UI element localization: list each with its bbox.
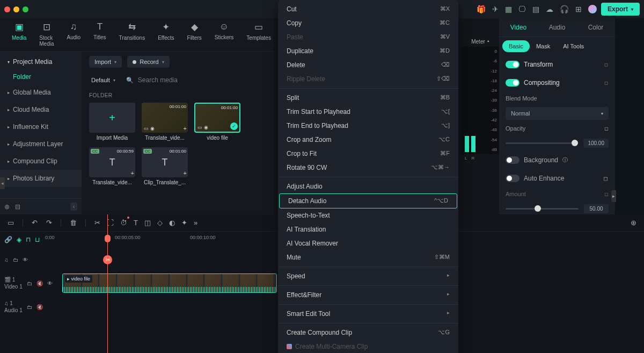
sidebar-folder[interactable]: Folder <box>0 70 82 84</box>
sidebar-influence-kit[interactable]: Influence Kit <box>0 118 82 135</box>
video-track-header[interactable]: ♫🗀👁 <box>4 257 58 263</box>
amount-value[interactable]: 50.00 <box>584 204 609 213</box>
ctx-duplicate[interactable]: Duplicate⌘D <box>278 44 458 58</box>
subtab-mask[interactable]: Mask <box>530 40 557 52</box>
tab-transitions[interactable]: ⇆Transitions <box>113 21 152 47</box>
keyframe-icon[interactable]: ◇ <box>602 174 610 183</box>
sidebar-project-media[interactable]: Project Media <box>0 54 82 70</box>
video-clip[interactable]: video file <box>62 273 277 293</box>
meter-label[interactable]: Meter <box>462 37 499 47</box>
sidebar-adjustment-layer[interactable]: Adjustment Layer <box>0 135 82 153</box>
keyframe-tool-icon[interactable]: ◇ <box>157 219 163 227</box>
ctx-delete[interactable]: Delete⌫ <box>278 58 458 72</box>
ctx-split[interactable]: Split⌘B <box>278 91 458 105</box>
mask-icon[interactable]: ◫ <box>144 219 151 227</box>
playhead[interactable]: ✂ <box>107 214 108 353</box>
ctx-ai-translation[interactable]: AI Translation <box>278 222 458 236</box>
send-icon[interactable]: ✈ <box>492 5 499 13</box>
blend-select[interactable]: Normal <box>506 107 609 120</box>
ctx-smart-edit-tool[interactable]: Smart Edit Tool <box>278 307 458 321</box>
collapse-sidebar-icon[interactable]: ‹ <box>70 203 77 211</box>
sidebar-cloud-media[interactable]: Cloud Media <box>0 101 82 118</box>
sidebar-compound-clip[interactable]: Compound Clip <box>0 153 82 170</box>
tab-media[interactable]: ▣Media <box>5 21 33 47</box>
snap-icon[interactable]: ⊔ <box>35 236 40 243</box>
tab-video[interactable]: Video <box>499 18 538 37</box>
sort-button[interactable]: Default <box>89 76 118 84</box>
gift-icon[interactable]: 🎁 <box>477 5 486 13</box>
apps-icon[interactable]: ⊞ <box>575 5 582 13</box>
keyframe-icon[interactable]: ◇ <box>603 61 610 68</box>
amount-slider[interactable] <box>506 208 579 210</box>
ctx-trim-start-to-playhead[interactable]: Trim Start to Playhead⌥[ <box>278 105 458 119</box>
layout-icon[interactable]: ▤ <box>532 5 539 13</box>
toggle-background[interactable] <box>506 156 519 164</box>
toggle-auto-enhance[interactable] <box>506 175 519 182</box>
ctx-detach-audio[interactable]: Detach Audio^⌥D <box>279 193 457 208</box>
color-icon[interactable]: ◐ <box>169 219 175 227</box>
ctx-rotate-cw[interactable]: Rotate 90 CW⌥⌘→ <box>278 161 458 175</box>
marker-icon[interactable]: ◈ <box>17 236 21 243</box>
keyframe-icon[interactable]: ◇ <box>603 79 610 86</box>
keyframe-icon[interactable]: ◇ <box>603 125 611 133</box>
subtab-ai-tools[interactable]: AI Tools <box>557 40 590 52</box>
subtab-basic[interactable]: Basic <box>502 40 530 52</box>
tab-audio[interactable]: Audio <box>538 18 576 37</box>
new-folder-icon[interactable]: ⊕ <box>4 203 10 211</box>
ctx-mute[interactable]: Mute⇧⌘M <box>278 250 458 264</box>
tab-color[interactable]: Color <box>576 18 615 37</box>
cut-icon[interactable]: ✂ <box>94 219 100 227</box>
headset-icon[interactable]: 🎧 <box>560 5 569 13</box>
tab-filters[interactable]: ◆Filters <box>181 21 208 47</box>
record-button[interactable]: Record <box>127 56 169 68</box>
folder-out-icon[interactable]: ⊟ <box>15 203 20 211</box>
ctx-crop-to-fit[interactable]: Crop to Fit⌘F <box>278 147 458 161</box>
tab-stock[interactable]: ⊡Stock Media <box>33 21 60 47</box>
ctx-adjust-audio[interactable]: Adjust Audio <box>278 179 458 193</box>
text-icon[interactable]: T <box>134 219 138 227</box>
undo-icon[interactable]: ↶ <box>32 219 38 227</box>
ctx-speed[interactable]: Speed <box>278 269 458 283</box>
tab-templates[interactable]: ▭Templates <box>240 21 277 47</box>
razor-icon[interactable]: ✂ <box>103 255 112 264</box>
select-tool-icon[interactable]: ▭ <box>8 219 14 227</box>
tab-effects[interactable]: ✦Effects <box>151 21 180 47</box>
media-card[interactable]: T00:00:59CC+Translate_vide... <box>89 147 135 185</box>
ctx-create-compound-clip[interactable]: Create Compound Clip⌥G <box>278 326 458 340</box>
sidebar-global-media[interactable]: Global Media <box>0 84 82 101</box>
ctx-copy[interactable]: Copy⌘C <box>278 16 458 30</box>
ctx-effect-filter[interactable]: Effect&Filter <box>278 288 458 302</box>
delete-icon[interactable]: 🗑 <box>70 219 77 227</box>
export-button[interactable]: Export <box>601 3 640 16</box>
search-input[interactable]: Search media <box>124 74 266 86</box>
display-icon[interactable]: 🖵 <box>518 5 526 13</box>
import-button[interactable]: Import <box>89 56 122 68</box>
expand-panel-icon[interactable]: ▸ <box>611 190 616 202</box>
video-track-1[interactable]: 🎬 1Video 1🗀🔇👁 <box>4 277 58 290</box>
redo-icon[interactable]: ↷ <box>46 219 52 227</box>
ctx-cut[interactable]: Cut⌘X <box>278 2 458 16</box>
toggle-compositing[interactable] <box>506 79 519 87</box>
tab-titles[interactable]: TTitles <box>87 21 113 47</box>
media-card[interactable]: 00:01:00▭◉+Translate_vide... <box>142 103 188 141</box>
fx-icon[interactable]: ✦ <box>181 219 187 227</box>
speed-icon[interactable]: ⏱ <box>120 219 127 227</box>
magnet-icon[interactable]: ⊓ <box>26 236 31 243</box>
add-marker-icon[interactable]: ⊕ <box>631 219 636 227</box>
tab-stickers[interactable]: ☺Stickers <box>208 21 240 47</box>
media-card[interactable]: T00:01:00CC+Clip_Translate_... <box>142 147 188 185</box>
media-card[interactable]: +Import Media <box>89 103 135 141</box>
ctx-trim-end-to-playhead[interactable]: Trim End to Playhead⌥] <box>278 119 458 133</box>
ctx-speech-to-text[interactable]: Speech-to-Text <box>278 208 458 222</box>
cloud-icon[interactable]: ☁ <box>546 5 553 13</box>
collapse-left-icon[interactable]: ◂ <box>0 177 5 189</box>
toggle-transform[interactable] <box>506 61 519 68</box>
link-icon[interactable]: 🔗 <box>4 236 12 243</box>
ctx-crop-and-zoom[interactable]: Crop and Zoom⌥C <box>278 133 458 147</box>
ctx-ai-vocal-remover[interactable]: AI Vocal Remover <box>278 236 458 250</box>
opacity-value[interactable]: 100.00 <box>583 139 609 148</box>
tab-audio[interactable]: ♫Audio <box>60 21 87 47</box>
opacity-slider[interactable] <box>506 142 578 144</box>
save-icon[interactable]: ▦ <box>505 5 512 13</box>
window-controls[interactable] <box>4 6 28 12</box>
